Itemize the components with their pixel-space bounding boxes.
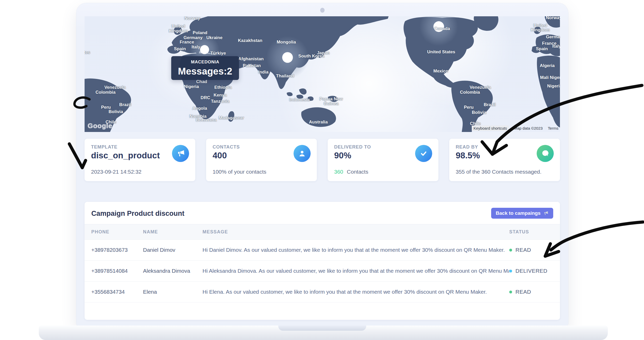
stat-value: 400 xyxy=(213,151,227,160)
tooltip-region: MACEDONIA xyxy=(191,60,219,65)
cell-name: Daniel Dimov xyxy=(143,247,203,253)
check-icon xyxy=(415,145,432,162)
status-dot-icon xyxy=(509,291,512,293)
status-dot-icon xyxy=(509,249,512,252)
table-row: +38978514084 Aleksandra Dimova Hi Aleksa… xyxy=(85,261,560,282)
cell-message: Hi Elena. As our valued customer, we lik… xyxy=(203,289,509,295)
stat-label: READ BY xyxy=(456,144,478,150)
table-body: +38978203673 Daniel Dimov Hi Daniel Dimo… xyxy=(85,240,560,302)
world-map[interactable]: NorwayUnited KingdomPolandGermanyUkraine… xyxy=(85,16,560,132)
table-row: +3556834734 Elena Hi Elena. As our value… xyxy=(85,282,560,302)
stat-card-delivered: DELIVERED TO 90% 360Contacts xyxy=(328,139,438,181)
stat-label: TEMPLATE xyxy=(91,144,117,150)
cell-name: Elena xyxy=(143,289,203,295)
tooltip-message-count: Messages:2 xyxy=(178,66,232,77)
back-to-campaigns-button[interactable]: Back to campaings xyxy=(491,208,553,219)
stat-card-contacts: CONTACTS 400 100% of your contacts xyxy=(206,139,317,181)
user-icon xyxy=(294,145,311,162)
map-data-copyright: Map data ©2023 xyxy=(514,126,543,130)
column-header-name: NAME xyxy=(143,229,203,235)
table-row: +38978203673 Daniel Dimov Hi Daniel Dimo… xyxy=(85,240,560,261)
map-tooltip: MACEDONIA Messages:2 xyxy=(171,56,239,80)
stat-card-template: TEMPLATE disc_on_product 2023-09-21 14:5… xyxy=(85,139,195,181)
cell-status: READ xyxy=(509,289,560,295)
terms-link[interactable]: Terms xyxy=(548,126,558,130)
status-label: READ xyxy=(515,289,531,295)
campaign-table-card: Campaign Product discount Back to campai… xyxy=(85,202,560,320)
stat-card-read: READ BY 98.5% 355 of the 360 Contacts me… xyxy=(449,139,560,181)
stat-subtext: 355 of the 360 Contacts messaged. xyxy=(456,169,542,175)
column-header-phone: PHONE xyxy=(85,229,143,235)
laptop-base-notch xyxy=(278,326,366,331)
stat-label: CONTACTS xyxy=(213,144,240,150)
cell-status: READ xyxy=(509,247,560,253)
cell-name: Aleksandra Dimova xyxy=(143,268,203,274)
cell-phone: +3556834734 xyxy=(85,289,143,295)
cell-phone: +38978203673 xyxy=(85,247,143,253)
back-button-label: Back to campaings xyxy=(496,210,541,216)
cell-message: Hi Aleksandra Dimova. As our valued cust… xyxy=(203,268,509,274)
webcam-dot xyxy=(320,8,325,13)
megaphone-icon xyxy=(172,145,189,162)
campaign-title: Campaign Product discount xyxy=(91,210,184,218)
cell-phone: +38978514084 xyxy=(85,268,143,274)
delivered-count: 360 xyxy=(334,169,343,175)
megaphone-emoji-icon xyxy=(543,210,549,216)
stat-value: 90% xyxy=(334,151,351,160)
chat-bubble-icon xyxy=(537,145,554,162)
stat-subtext: 100% of your contacts xyxy=(213,169,266,175)
stat-value: 98.5% xyxy=(456,151,480,160)
laptop-mockup: NorwayUnited KingdomPolandGermanyUkraine… xyxy=(76,3,568,326)
status-label: DELIVERED xyxy=(515,268,548,274)
stat-cards-row: TEMPLATE disc_on_product 2023-09-21 14:5… xyxy=(85,139,560,181)
stat-label: DELIVERED TO xyxy=(334,144,371,150)
cell-message: Hi Daniel Dimov. As our valued customer,… xyxy=(203,247,509,253)
cell-status: DELIVERED xyxy=(509,268,560,274)
map-landmass xyxy=(85,16,560,132)
column-header-message: MESSAGE xyxy=(203,229,509,235)
google-logo[interactable]: Google xyxy=(88,122,113,130)
status-label: READ xyxy=(515,247,531,253)
stat-subtext: 360Contacts xyxy=(334,169,368,175)
column-header-status: STATUS xyxy=(509,229,560,235)
keyboard-shortcuts-link[interactable]: Keyboard shortcuts xyxy=(472,125,509,131)
stat-value: disc_on_product xyxy=(91,151,160,160)
delivered-unit: Contacts xyxy=(347,169,368,175)
status-dot-icon xyxy=(509,270,512,272)
map-attribution: Keyboard shortcuts Map data ©2023 Terms xyxy=(472,125,558,131)
table-header-row: PHONE NAME MESSAGE STATUS xyxy=(85,224,560,240)
stat-subtext: 2023-09-21 14:52:32 xyxy=(91,169,141,175)
